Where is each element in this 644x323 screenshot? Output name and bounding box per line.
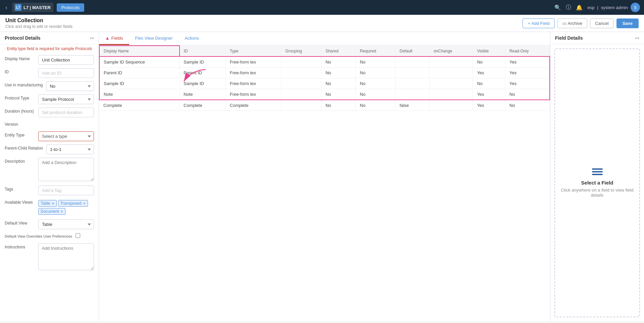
avatar[interactable]: S [631,3,640,12]
duration-row: Duration (hours) [5,108,94,117]
table-cell [281,78,321,89]
table-cell: Sample ID [99,78,180,89]
archive-icon: ▭ [562,21,566,26]
left-panel-header: Protocol Details ↦ [0,32,99,44]
table-cell: false [395,100,429,111]
protocol-form: Display Name ID Use in manufacturing No [0,52,99,277]
protocols-nav-button[interactable]: Protocols [57,3,84,12]
nav-icon-group: 🔍 ⓘ 🔔 esp | system admin S [554,3,640,12]
app-identifier: L7 L7 | MASTER [12,3,53,12]
table-cell: Free-form tex [226,56,281,68]
page-subtitle: Click and drag to edit or reorder fields [5,24,72,29]
field-details-header: Field Details ↦ [550,32,644,44]
cancel-button[interactable]: Cancel [590,18,613,28]
tab-fields[interactable]: ▲ Fields [99,32,129,45]
tab-bar: ▲ Fields Flex View Designer Actions [99,32,550,45]
help-icon[interactable]: ⓘ [566,4,571,11]
table-cell: Yes [505,68,550,78]
table-row[interactable]: Sample ID SequenceSample IDFree-form tex… [99,56,550,68]
protocol-type-label: Protocol Type [5,94,35,100]
table-cell: Note [99,89,180,100]
default-view-overrides-checkbox[interactable] [76,233,80,238]
table-cell: Free-form tex [226,68,281,78]
instructions-row: Instructions [5,243,94,271]
default-view-overrides-label: Default View Overrides User Preferences [5,233,72,239]
id-input[interactable] [38,68,94,78]
tab-flex-view[interactable]: Flex View Designer [129,32,179,45]
table-cell: No [505,89,550,100]
table-cell: No [473,56,505,68]
use-in-mfg-row: Use in manufacturing No [5,81,94,91]
display-name-input[interactable] [38,55,94,65]
select-field-desc: Click anywhere on a field to view field … [555,188,639,198]
entity-type-select[interactable]: Select a type [38,131,94,141]
table-row[interactable]: Sample IDSample IDFree-form texNoNoNoYes [99,78,550,89]
table-cell [430,56,473,68]
app-name-label: L7 | MASTER [23,5,51,10]
col-default: Default [395,46,429,56]
protocol-type-select[interactable]: Sample Protocol [38,94,94,104]
table-cell [281,68,321,78]
version-label: Version [5,121,35,127]
table-cell: No [473,78,505,89]
table-cell [430,78,473,89]
table-cell: No [321,100,355,111]
archive-button[interactable]: ▭ Archive [557,18,587,28]
add-field-button[interactable]: + Add Field [523,18,554,28]
tags-input[interactable] [38,186,94,195]
user-language: esp [587,5,594,10]
version-row: Version [5,121,94,128]
table-cell: Parent ID [99,68,180,78]
parent-child-select[interactable]: 1-to-1 [46,145,94,154]
fields-tab-content: Display Name ID Type Grouping Shared Req… [99,45,550,321]
main-layout: Protocol Details ↦ · Entity type field i… [0,32,644,321]
remove-table-tag[interactable]: ✕ [52,202,54,205]
table-cell: Yes [473,89,505,100]
table-row[interactable]: Parent IDParent IDFree-form texNoNoYesYe… [99,68,550,78]
duration-label: Duration (hours) [5,108,35,114]
table-cell [281,89,321,100]
fields-table: Display Name ID Type Grouping Shared Req… [99,45,550,111]
bell-icon[interactable]: 🔔 [576,4,583,11]
table-cell: No [356,68,395,78]
save-button[interactable]: Save [616,18,639,28]
id-row: ID [5,68,94,78]
duration-input[interactable] [38,108,94,117]
table-cell: No [321,78,355,89]
table-cell: No [321,56,355,68]
app-icon: L7 [15,4,21,11]
protocol-type-row: Protocol Type Sample Protocol [5,94,94,104]
expand-panel-button[interactable]: ↦ [635,35,639,41]
table-row[interactable]: CompleteCompleteCompleteNoNofalseYesNo [99,100,550,111]
available-views-row: Available Views Table ✕ Transposed ✕ Doc… [5,199,94,216]
tab-actions[interactable]: Actions [179,32,205,45]
left-panel: Protocol Details ↦ · Entity type field i… [0,32,99,321]
right-panel: Field Details ↦ Select a Field Click any… [550,32,644,321]
table-cell: Sample ID [180,56,226,68]
table-cell: No [356,100,395,111]
table-cell: Yes [505,56,550,68]
page-title: Unit Collection [5,17,72,24]
collapse-panel-button[interactable]: ↦ [90,35,94,41]
view-tag-document: Document ✕ [38,208,65,215]
description-input[interactable] [38,158,94,181]
remove-transposed-tag[interactable]: ✕ [83,202,86,205]
search-icon[interactable]: 🔍 [554,4,561,11]
tags-row: Tags [5,186,94,195]
col-shared: Shared [321,46,355,56]
table-header-row: Display Name ID Type Grouping Shared Req… [99,46,550,56]
center-panel: ▲ Fields Flex View Designer Actions [99,32,550,321]
header-buttons: + Add Field ▭ Archive Cancel Save [523,18,639,28]
table-cell: No [321,68,355,78]
back-button[interactable]: ‹ [4,3,9,12]
default-view-overrides-row: Default View Overrides User Preferences [5,233,94,240]
instructions-input[interactable] [38,243,94,270]
hamburger-line-2 [592,171,603,172]
table-cell [395,56,429,68]
default-view-select[interactable]: Table [38,219,94,229]
col-onchange: onChange [430,46,473,56]
table-row[interactable]: NoteNoteFree-form texNoNoYesNo [99,89,550,100]
remove-document-tag[interactable]: ✕ [60,210,63,213]
table-cell [395,78,429,89]
use-in-mfg-select[interactable]: No [46,81,94,91]
